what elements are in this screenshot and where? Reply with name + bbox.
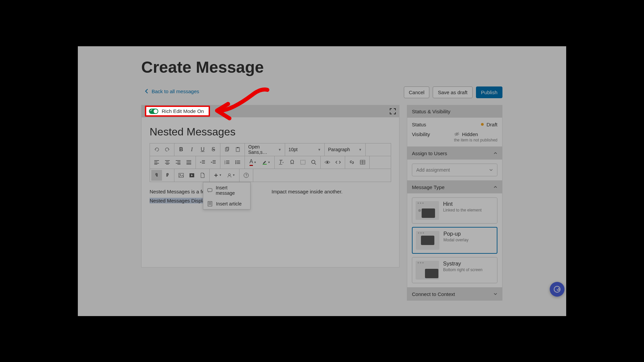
systray-title: Systray <box>443 261 482 267</box>
paste-button[interactable] <box>232 144 243 155</box>
align-left-button[interactable] <box>151 157 162 168</box>
insert-message-label: Insert message <box>216 185 246 196</box>
video-button[interactable] <box>186 170 197 181</box>
popup-thumb-icon <box>416 231 439 250</box>
help-button[interactable]: ? <box>241 170 252 181</box>
connect-panel: Connect to Context <box>407 288 502 301</box>
help-bubble-icon <box>553 286 561 293</box>
editor-body[interactable]: Nested Messages is a feature th Impact m… <box>142 182 399 267</box>
save-draft-button[interactable]: Save as draft <box>433 86 472 98</box>
editor-toolbar: B I U S Open Sans,s…▼ 10pt▼ Paragraph▼ <box>150 143 391 182</box>
publish-button[interactable]: Publish <box>476 86 502 98</box>
file-button[interactable] <box>197 170 208 181</box>
font-family-value: Open Sans,s… <box>248 144 275 155</box>
image-button[interactable] <box>176 170 186 181</box>
hint-title: Hint <box>443 201 482 207</box>
hint-thumb-icon <box>416 201 439 220</box>
expand-icon[interactable] <box>390 108 396 114</box>
ordered-list-button[interactable]: 123 <box>222 157 232 168</box>
message-icon <box>207 188 212 193</box>
connect-header[interactable]: Connect to Context <box>407 288 502 300</box>
align-justify-button[interactable] <box>183 157 194 168</box>
svg-point-18 <box>228 174 230 176</box>
link-button[interactable] <box>346 157 357 168</box>
insert-plus-button[interactable]: ▼ <box>211 170 224 181</box>
back-link[interactable]: Back to all messages <box>145 88 199 94</box>
status-visibility-header: Status & Visibility <box>407 105 502 118</box>
message-type-popup[interactable]: Pop-up Modal overlay <box>412 227 497 254</box>
body-text-selected: Nested Messages Display <box>150 198 208 203</box>
help-bubble-button[interactable] <box>550 282 565 297</box>
svg-point-13 <box>327 162 328 163</box>
outdent-button[interactable] <box>197 157 208 168</box>
svg-point-8 <box>235 162 236 163</box>
bold-button[interactable]: B <box>176 144 186 155</box>
svg-point-16 <box>180 174 181 175</box>
indent-button[interactable] <box>208 157 219 168</box>
status-visibility-panel: Status & Visibility Status Draft Visibil… <box>407 105 502 147</box>
cancel-button[interactable]: Cancel <box>404 86 430 98</box>
message-type-header-label: Message Type <box>412 184 444 190</box>
message-type-header[interactable]: Message Type <box>407 181 502 193</box>
user-button[interactable]: ▼ <box>224 170 238 181</box>
block-format-value: Paragraph <box>328 147 350 152</box>
insert-dropdown: Insert message Insert article <box>203 182 251 209</box>
copy-button[interactable] <box>222 144 232 155</box>
ltr-button[interactable] <box>151 170 162 181</box>
message-type-hint[interactable]: Hint Linked to the element <box>412 197 497 224</box>
underline-button[interactable]: U <box>197 144 208 155</box>
svg-point-7 <box>235 161 236 162</box>
text-color-button[interactable]: A ▼ <box>246 157 260 168</box>
assign-header[interactable]: Assign to Users <box>407 147 502 160</box>
svg-point-9 <box>235 163 236 164</box>
message-title: Nested Messages <box>150 126 391 138</box>
svg-rect-22 <box>208 201 212 206</box>
chevron-left-icon <box>145 89 148 94</box>
systray-desc: Bottom right of screen <box>443 267 482 272</box>
action-buttons: Cancel Save as draft Publish <box>404 86 502 98</box>
special-char-button[interactable]: Ω <box>287 157 298 168</box>
article-icon <box>207 201 213 206</box>
select-all-button[interactable] <box>298 157 308 168</box>
body-text-1b: Impact message inside another. <box>271 189 342 194</box>
highlight-color-button[interactable]: ▼ <box>260 157 273 168</box>
popup-title: Pop-up <box>443 231 469 237</box>
assign-header-label: Assign to Users <box>412 150 447 156</box>
code-view-button[interactable] <box>333 157 343 168</box>
rich-edit-toggle[interactable]: Rich Edit Mode On <box>145 106 210 117</box>
svg-text:?: ? <box>246 174 248 177</box>
page-title: Create Message <box>141 58 264 76</box>
italic-button[interactable]: I <box>186 144 197 155</box>
block-format-select[interactable]: Paragraph▼ <box>325 143 366 156</box>
font-size-value: 10pt <box>288 147 298 152</box>
align-right-button[interactable] <box>173 157 183 168</box>
rtl-button[interactable] <box>162 170 173 181</box>
search-button[interactable] <box>308 157 319 168</box>
editor-title-area[interactable]: Nested Messages <box>142 117 399 143</box>
strikethrough-button[interactable]: S <box>208 144 219 155</box>
visibility-note: the item is not published <box>454 138 497 142</box>
preview-button[interactable] <box>322 157 333 168</box>
undo-button[interactable] <box>151 144 162 155</box>
editor-header: Rich Edit Mode On <box>142 105 399 117</box>
svg-rect-0 <box>225 148 228 151</box>
svg-rect-1 <box>226 147 229 150</box>
clear-format-button[interactable]: T× <box>276 157 287 168</box>
svg-rect-11 <box>301 160 305 164</box>
eye-off-icon <box>454 131 460 137</box>
message-type-panel: Message Type Hint Linked to the element <box>407 181 502 288</box>
sidebar: Status & Visibility Status Draft Visibil… <box>407 105 502 301</box>
align-center-button[interactable] <box>162 157 173 168</box>
font-family-select[interactable]: Open Sans,s…▼ <box>245 143 285 156</box>
add-assignment-select[interactable]: Add assignment <box>412 164 497 176</box>
table-button[interactable] <box>357 157 368 168</box>
unordered-list-button[interactable] <box>232 157 243 168</box>
font-size-select[interactable]: 10pt▼ <box>285 143 325 156</box>
insert-article-item[interactable]: Insert article <box>203 198 250 209</box>
message-type-systray[interactable]: Systray Bottom right of screen <box>412 257 497 283</box>
redo-button[interactable] <box>162 144 173 155</box>
visibility-value: Hidden <box>462 131 478 137</box>
chevron-up-icon <box>493 185 497 189</box>
svg-rect-3 <box>237 147 238 148</box>
insert-message-item[interactable]: Insert message <box>203 182 250 198</box>
